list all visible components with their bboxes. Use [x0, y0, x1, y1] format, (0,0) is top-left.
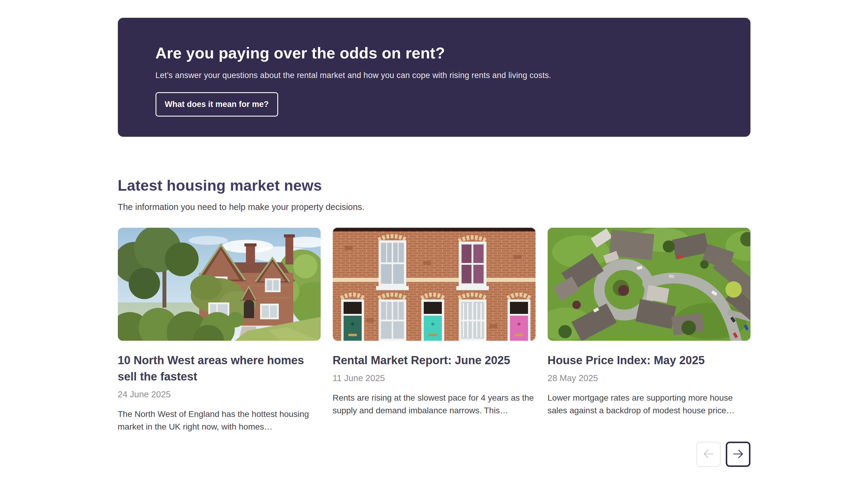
- hero-subtitle: Let’s answer your questions about the re…: [156, 71, 714, 80]
- prev-button[interactable]: [696, 442, 721, 467]
- article-date: 28 May 2025: [548, 373, 750, 383]
- terrace-illustration: [333, 228, 535, 341]
- news-section: Latest housing market news The informati…: [118, 177, 750, 467]
- article-excerpt: Rents are rising at the slowest pace for…: [333, 392, 535, 417]
- hero-banner: Are you paying over the odds on rent? Le…: [118, 18, 750, 137]
- article-title[interactable]: 10 North West areas where homes sell the…: [118, 352, 321, 385]
- article-title[interactable]: House Price Index: May 2025: [548, 352, 750, 368]
- hero-cta-button[interactable]: What does it mean for me?: [156, 92, 278, 117]
- article-date: 11 June 2025: [333, 373, 535, 383]
- article-image-aerial[interactable]: [548, 228, 750, 341]
- article-card[interactable]: Rental Market Report: June 2025 11 June …: [333, 228, 535, 433]
- article-image-terrace[interactable]: [333, 228, 535, 341]
- aerial-estate-illustration: [548, 228, 750, 341]
- section-title: Latest housing market news: [118, 177, 750, 194]
- hero-title: Are you paying over the odds on rent?: [156, 44, 714, 62]
- article-date: 24 June 2025: [118, 390, 321, 399]
- next-button[interactable]: [726, 442, 750, 467]
- article-title[interactable]: Rental Market Report: June 2025: [333, 352, 535, 368]
- arrow-left-icon: [701, 447, 716, 462]
- pagination: [118, 442, 750, 467]
- article-card-list: 10 North West areas where homes sell the…: [118, 228, 750, 433]
- article-excerpt: The North West of England has the hottes…: [118, 408, 321, 433]
- article-image-cottage[interactable]: [118, 228, 321, 341]
- arrow-right-icon: [731, 447, 746, 462]
- section-subtitle: The information you need to help make yo…: [118, 202, 750, 212]
- cottage-illustration: [118, 228, 321, 341]
- article-card[interactable]: 10 North West areas where homes sell the…: [118, 228, 321, 433]
- article-excerpt: Lower mortgage rates are supporting more…: [548, 392, 750, 417]
- article-card[interactable]: House Price Index: May 2025 28 May 2025 …: [548, 228, 750, 433]
